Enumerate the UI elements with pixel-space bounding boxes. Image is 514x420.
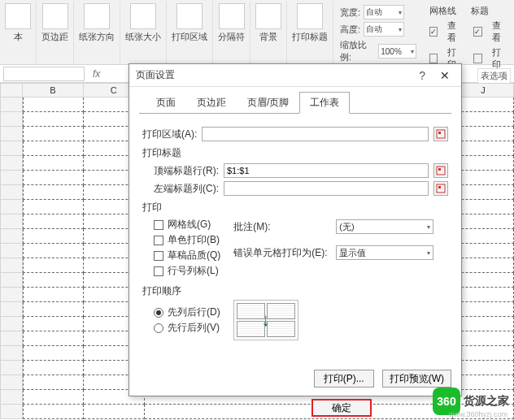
col-header[interactable]: B [23, 83, 84, 97]
row-header[interactable] [0, 258, 23, 273]
cell[interactable] [23, 185, 84, 200]
row-header[interactable] [0, 214, 23, 229]
cell[interactable] [23, 375, 84, 390]
print-button[interactable]: 打印(P)... [314, 370, 374, 388]
ribbon-icon[interactable] [5, 3, 31, 29]
errors-combo[interactable]: 显示值▾ [336, 245, 433, 260]
cell[interactable] [84, 405, 145, 419]
tab-margins[interactable]: 页边距 [186, 92, 237, 114]
row-header[interactable] [0, 390, 23, 405]
cell[interactable] [453, 200, 514, 214]
cell[interactable] [23, 244, 84, 258]
col-header[interactable]: J [453, 83, 514, 97]
cell[interactable] [23, 156, 84, 171]
cell[interactable] [23, 302, 84, 317]
cell[interactable] [453, 346, 514, 361]
row-header[interactable] [0, 244, 23, 258]
bw-checkbox[interactable] [154, 236, 163, 245]
tab-header-footer[interactable]: 页眉/页脚 [237, 92, 299, 114]
tab-sheet[interactable]: 工作表 [299, 92, 350, 114]
scale-spinner[interactable]: 100%▾ [378, 44, 416, 58]
cell[interactable] [453, 229, 514, 244]
row-header[interactable] [0, 185, 23, 200]
cell[interactable] [23, 214, 84, 229]
ribbon-group-print-area[interactable]: 打印区域 [167, 2, 213, 64]
cell[interactable] [23, 97, 84, 112]
cell[interactable] [453, 331, 514, 346]
cell[interactable] [453, 112, 514, 127]
cell[interactable] [453, 156, 514, 171]
cell[interactable] [453, 361, 514, 375]
print-area-range-picker[interactable] [433, 127, 448, 141]
cell[interactable] [23, 229, 84, 244]
fx-icon[interactable]: fx [93, 68, 100, 80]
rc-headings-checkbox[interactable] [154, 266, 163, 276]
cell[interactable] [23, 390, 84, 405]
top-rows-range-picker[interactable] [433, 163, 448, 178]
cell[interactable] [453, 141, 514, 156]
print-preview-button[interactable]: 打印预览(W) [382, 370, 451, 388]
top-rows-input[interactable] [224, 163, 429, 178]
cell[interactable] [23, 331, 84, 346]
ribbon-group-orientation[interactable]: 纸张方向 [74, 2, 120, 64]
cell[interactable] [23, 346, 84, 361]
row-header[interactable] [0, 171, 23, 185]
width-combo[interactable]: 自动▾ [364, 5, 404, 19]
cell[interactable] [23, 112, 84, 127]
row-header[interactable] [0, 141, 23, 156]
cell[interactable] [23, 273, 84, 288]
help-button[interactable]: ? [416, 69, 429, 82]
row-header[interactable] [0, 273, 23, 288]
gridlines-print-checkbox[interactable] [429, 54, 438, 63]
ribbon-group-margins[interactable]: 页边距 [37, 2, 74, 64]
left-cols-input[interactable] [224, 181, 429, 196]
cell[interactable] [23, 141, 84, 156]
ok-button[interactable]: 确定 [311, 399, 372, 417]
row-header[interactable] [0, 331, 23, 346]
cell[interactable] [453, 171, 514, 185]
cell[interactable] [23, 317, 84, 331]
row-header[interactable] [0, 156, 23, 171]
tab-page[interactable]: 页面 [146, 92, 186, 114]
gridlines-checkbox[interactable] [154, 220, 163, 230]
cell[interactable] [23, 258, 84, 273]
cell[interactable] [453, 97, 514, 112]
cell[interactable] [145, 405, 453, 419]
draft-checkbox[interactable] [154, 251, 163, 261]
row-header[interactable] [0, 346, 23, 361]
cell[interactable] [453, 302, 514, 317]
ribbon-group-background[interactable]: 背景 [250, 2, 287, 64]
close-button[interactable]: ✕ [435, 69, 455, 82]
row-header[interactable] [0, 112, 23, 127]
cell[interactable] [23, 200, 84, 214]
cell[interactable] [453, 214, 514, 229]
row-header[interactable] [0, 302, 23, 317]
row-header[interactable] [0, 405, 23, 419]
select-all-corner[interactable] [0, 83, 23, 97]
cell[interactable] [453, 288, 514, 302]
cell[interactable] [23, 361, 84, 375]
headings-view-checkbox[interactable]: ✓ [473, 27, 482, 37]
row-header[interactable] [0, 97, 23, 112]
cell[interactable] [453, 273, 514, 288]
row-header[interactable] [0, 127, 23, 141]
cell[interactable] [23, 405, 84, 419]
row-header[interactable] [0, 375, 23, 390]
over-then-down-radio[interactable] [154, 323, 163, 333]
row-header[interactable] [0, 200, 23, 214]
height-combo[interactable]: 自动▾ [364, 22, 404, 37]
name-box[interactable] [3, 67, 85, 81]
row-header[interactable] [0, 229, 23, 244]
cell[interactable] [453, 127, 514, 141]
ribbon-group-size[interactable]: 纸张大小 [120, 2, 167, 64]
cell[interactable] [453, 244, 514, 258]
down-then-over-radio[interactable] [154, 308, 163, 318]
cell[interactable] [453, 258, 514, 273]
cell[interactable] [23, 127, 84, 141]
cell[interactable] [23, 171, 84, 185]
row-header[interactable] [0, 317, 23, 331]
headings-print-checkbox[interactable] [473, 54, 482, 63]
cell[interactable] [453, 317, 514, 331]
table-options-button[interactable]: 表选项 [477, 68, 511, 84]
row-header[interactable] [0, 361, 23, 375]
